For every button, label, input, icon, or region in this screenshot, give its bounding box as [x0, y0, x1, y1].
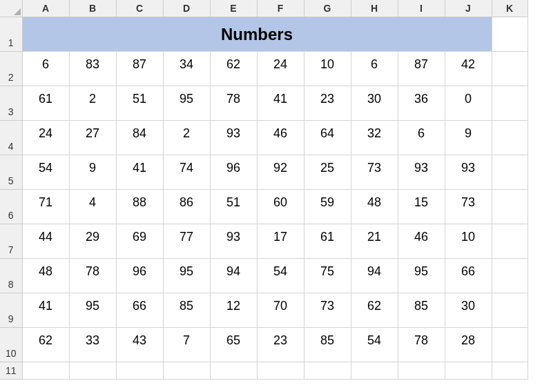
cell-C7[interactable]: 69: [116, 224, 163, 259]
cell-B11[interactable]: [69, 362, 116, 380]
cell-D8[interactable]: 95: [163, 259, 210, 293]
row-header-9[interactable]: 9: [0, 293, 22, 328]
cell-K11[interactable]: [492, 362, 528, 380]
cell-H7[interactable]: 21: [351, 224, 398, 259]
cell-H3[interactable]: 30: [351, 86, 398, 121]
cell-B3[interactable]: 2: [69, 86, 116, 121]
select-all-corner[interactable]: [0, 0, 22, 17]
column-header-C[interactable]: C: [116, 0, 163, 17]
cell-F8[interactable]: 54: [257, 259, 304, 293]
cell-I7[interactable]: 46: [398, 224, 445, 259]
cell-K4[interactable]: [492, 121, 528, 155]
column-header-F[interactable]: F: [257, 0, 304, 17]
cell-J9[interactable]: 30: [445, 293, 492, 328]
cell-G4[interactable]: 64: [304, 121, 351, 155]
row-header-1[interactable]: 1: [0, 17, 22, 52]
cell-B7[interactable]: 29: [69, 224, 116, 259]
row-header-2[interactable]: 2: [0, 52, 22, 86]
cell-C11[interactable]: [116, 362, 163, 380]
cell-D7[interactable]: 77: [163, 224, 210, 259]
cell-E10[interactable]: 65: [210, 328, 257, 362]
cell-I8[interactable]: 95: [398, 259, 445, 293]
cell-A7[interactable]: 44: [22, 224, 69, 259]
column-header-J[interactable]: J: [445, 0, 492, 17]
cell-B6[interactable]: 4: [69, 190, 116, 224]
cell-I3[interactable]: 36: [398, 86, 445, 121]
cell-J3[interactable]: 0: [445, 86, 492, 121]
cell-D6[interactable]: 86: [163, 190, 210, 224]
cell-G2[interactable]: 10: [304, 52, 351, 86]
cell-G7[interactable]: 61: [304, 224, 351, 259]
cell-A9[interactable]: 41: [22, 293, 69, 328]
cell-I9[interactable]: 85: [398, 293, 445, 328]
cell-A10[interactable]: 62: [22, 328, 69, 362]
cell-K9[interactable]: [492, 293, 528, 328]
cell-E6[interactable]: 51: [210, 190, 257, 224]
cell-H4[interactable]: 32: [351, 121, 398, 155]
cell-A4[interactable]: 24: [22, 121, 69, 155]
row-header-10[interactable]: 10: [0, 328, 22, 362]
cell-C6[interactable]: 88: [116, 190, 163, 224]
cell-A8[interactable]: 48: [22, 259, 69, 293]
cell-D11[interactable]: [163, 362, 210, 380]
cell-C2[interactable]: 87: [116, 52, 163, 86]
cell-J2[interactable]: 42: [445, 52, 492, 86]
column-header-H[interactable]: H: [351, 0, 398, 17]
cell-F10[interactable]: 23: [257, 328, 304, 362]
cell-B8[interactable]: 78: [69, 259, 116, 293]
cell-H6[interactable]: 48: [351, 190, 398, 224]
row-header-6[interactable]: 6: [0, 190, 22, 224]
cell-G6[interactable]: 59: [304, 190, 351, 224]
cell-K1[interactable]: [492, 17, 528, 52]
cell-D10[interactable]: 7: [163, 328, 210, 362]
cell-H2[interactable]: 6: [351, 52, 398, 86]
cell-G11[interactable]: [304, 362, 351, 380]
cell-F9[interactable]: 70: [257, 293, 304, 328]
cell-C3[interactable]: 51: [116, 86, 163, 121]
cell-C4[interactable]: 84: [116, 121, 163, 155]
cell-F11[interactable]: [257, 362, 304, 380]
cell-A3[interactable]: 61: [22, 86, 69, 121]
cell-E9[interactable]: 12: [210, 293, 257, 328]
cell-H10[interactable]: 54: [351, 328, 398, 362]
cell-D3[interactable]: 95: [163, 86, 210, 121]
row-header-7[interactable]: 7: [0, 224, 22, 259]
cell-F6[interactable]: 60: [257, 190, 304, 224]
cell-E8[interactable]: 94: [210, 259, 257, 293]
cell-E11[interactable]: [210, 362, 257, 380]
cell-I4[interactable]: 6: [398, 121, 445, 155]
cell-C9[interactable]: 66: [116, 293, 163, 328]
row-header-8[interactable]: 8: [0, 259, 22, 293]
column-header-G[interactable]: G: [304, 0, 351, 17]
cell-J5[interactable]: 93: [445, 155, 492, 190]
cell-I11[interactable]: [398, 362, 445, 380]
cell-D2[interactable]: 34: [163, 52, 210, 86]
cell-A6[interactable]: 71: [22, 190, 69, 224]
cell-G3[interactable]: 23: [304, 86, 351, 121]
cell-J4[interactable]: 9: [445, 121, 492, 155]
cell-F3[interactable]: 41: [257, 86, 304, 121]
row-header-4[interactable]: 4: [0, 121, 22, 155]
cell-J11[interactable]: [445, 362, 492, 380]
cell-J7[interactable]: 10: [445, 224, 492, 259]
cell-I6[interactable]: 15: [398, 190, 445, 224]
cell-A11[interactable]: [22, 362, 69, 380]
cell-B5[interactable]: 9: [69, 155, 116, 190]
cell-K5[interactable]: [492, 155, 528, 190]
cell-H5[interactable]: 73: [351, 155, 398, 190]
cell-E4[interactable]: 93: [210, 121, 257, 155]
cell-F5[interactable]: 92: [257, 155, 304, 190]
cell-I5[interactable]: 93: [398, 155, 445, 190]
cell-K6[interactable]: [492, 190, 528, 224]
cell-G5[interactable]: 25: [304, 155, 351, 190]
cell-H11[interactable]: [351, 362, 398, 380]
cell-B4[interactable]: 27: [69, 121, 116, 155]
cell-D5[interactable]: 74: [163, 155, 210, 190]
cell-G8[interactable]: 75: [304, 259, 351, 293]
cell-G10[interactable]: 85: [304, 328, 351, 362]
column-header-B[interactable]: B: [69, 0, 116, 17]
cell-A5[interactable]: 54: [22, 155, 69, 190]
cell-C10[interactable]: 43: [116, 328, 163, 362]
cell-E5[interactable]: 96: [210, 155, 257, 190]
cell-K7[interactable]: [492, 224, 528, 259]
